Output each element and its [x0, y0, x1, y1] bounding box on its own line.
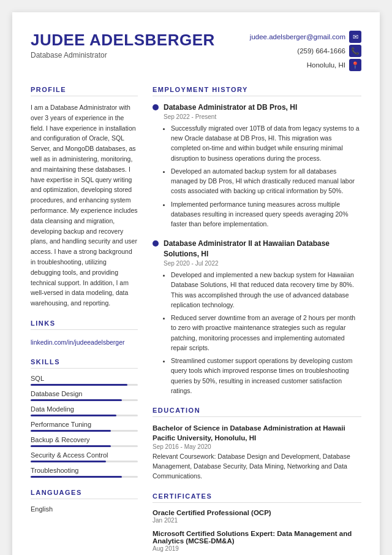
skill-bar-fill — [31, 399, 122, 401]
skill-bar-bg — [31, 430, 138, 432]
languages-title: LANGUAGES — [31, 489, 138, 499]
left-column: PROFILE I am a Database Administrator wi… — [31, 86, 138, 555]
skill-bar-fill — [31, 415, 116, 416]
edu-desc: Relevant Coursework: Database Design and… — [153, 452, 361, 481]
edu-date: Sep 2016 - May 2020 — [153, 443, 361, 450]
header: JUDEE ADELSBERGER Database Administrator… — [31, 31, 361, 71]
skill-item: Troubleshooting — [31, 467, 138, 478]
job-item: Database Administrator II at Hawaiian Da… — [153, 239, 361, 396]
education-title: EDUCATION — [153, 407, 361, 417]
job-bullet: Streamlined customer support operations … — [171, 356, 361, 396]
candidate-name: JUDEE ADELSBERGER — [31, 31, 215, 50]
job-bullets: Successfully migrated over 10TB of data … — [164, 123, 361, 229]
skill-name: SQL — [31, 375, 138, 382]
links-title: LINKS — [31, 320, 138, 330]
email-link[interactable]: judee.adelsberger@gmail.com — [250, 33, 345, 40]
skill-name: Backup & Recovery — [31, 436, 138, 443]
cert-title: Microsoft Certified Solutions Expert: Da… — [153, 530, 361, 545]
job-dot — [153, 104, 159, 110]
cert-list: Oracle Certified Professional (OCP) Jan … — [153, 509, 361, 552]
job-title: Database Administrator at DB Pros, HI — [164, 102, 297, 113]
skills-title: SKILLS — [31, 358, 138, 369]
skill-name: Database Design — [31, 390, 138, 397]
skill-bar-fill — [31, 384, 127, 386]
skill-bar-fill — [31, 430, 111, 432]
body: PROFILE I am a Database Administrator wi… — [31, 86, 361, 555]
language-english: English — [31, 505, 138, 513]
skill-bar-fill — [31, 476, 122, 478]
employment-title: EMPLOYMENT HISTORY — [153, 86, 361, 96]
edu-item: Bachelor of Science in Database Administ… — [153, 423, 361, 481]
edu-title: Bachelor of Science in Database Administ… — [153, 423, 361, 443]
cert-date: Aug 2019 — [153, 545, 361, 552]
certificates-section: CERTIFICATES Oracle Certified Profession… — [153, 492, 361, 552]
skills-section: SKILLS SQL Database Design Data Modeling… — [31, 358, 138, 478]
edu-list: Bachelor of Science in Database Administ… — [153, 423, 361, 481]
job-dot — [153, 240, 159, 247]
email-icon: ✉ — [349, 31, 361, 43]
skill-name: Performance Tuning — [31, 421, 138, 428]
resume-container: JUDEE ADELSBERGER Database Administrator… — [12, 12, 380, 555]
skill-bar-bg — [31, 384, 138, 386]
languages-section: LANGUAGES English — [31, 489, 138, 513]
skill-item: Database Design — [31, 390, 138, 401]
cert-item: Microsoft Certified Solutions Expert: Da… — [153, 530, 361, 552]
links-section: LINKS linkedin.com/in/judeeadelsberger — [31, 320, 138, 347]
profile-section: PROFILE I am a Database Administrator wi… — [31, 86, 138, 308]
linkedin-link-item: linkedin.com/in/judeeadelsberger — [31, 336, 138, 347]
job-date: Sep 2022 - Present — [164, 113, 361, 120]
skill-name: Troubleshooting — [31, 467, 138, 474]
profile-text: I am a Database Administrator with over … — [31, 102, 138, 308]
skill-item: Data Modeling — [31, 405, 138, 416]
employment-section: EMPLOYMENT HISTORY Database Administrato… — [153, 86, 361, 396]
location-icon: 📍 — [349, 59, 361, 71]
skill-bar-bg — [31, 399, 138, 401]
cert-date: Jan 2021 — [153, 517, 361, 524]
location-text: Honolulu, HI — [307, 61, 345, 69]
job-bullet: Developed an automated backup system for… — [171, 166, 361, 196]
education-section: EDUCATION Bachelor of Science in Databas… — [153, 407, 361, 481]
job-title-line: Database Administrator at DB Pros, HI — [153, 102, 361, 113]
skill-bar-bg — [31, 461, 138, 462]
email-contact: judee.adelsberger@gmail.com ✉ — [250, 31, 361, 43]
location-contact: Honolulu, HI 📍 — [307, 59, 361, 71]
skill-name: Security & Access Control — [31, 451, 138, 459]
job-date: Sep 2020 - Jul 2022 — [164, 260, 361, 267]
cert-title: Oracle Certified Professional (OCP) — [153, 509, 361, 516]
job-title-line: Database Administrator II at Hawaiian Da… — [153, 239, 361, 259]
job-title: Database Administrator II at Hawaiian Da… — [164, 239, 361, 259]
certificates-title: CERTIFICATES — [153, 492, 361, 503]
skill-bar-fill — [31, 461, 106, 462]
skill-name: Data Modeling — [31, 405, 138, 413]
job-bullet: Implemented performance tuning measures … — [171, 199, 361, 229]
job-item: Database Administrator at DB Pros, HI Se… — [153, 102, 361, 229]
skill-bar-bg — [31, 476, 138, 478]
skills-list: SQL Database Design Data Modeling Perfor… — [31, 375, 138, 478]
job-bullet: Developed and implemented a new backup s… — [171, 270, 361, 310]
right-column: EMPLOYMENT HISTORY Database Administrato… — [153, 86, 361, 555]
skill-item: Security & Access Control — [31, 451, 138, 462]
profile-title: PROFILE — [31, 86, 138, 96]
header-left: JUDEE ADELSBERGER Database Administrator — [31, 31, 215, 59]
skill-bar-fill — [31, 445, 111, 447]
job-bullet: Successfully migrated over 10TB of data … — [171, 123, 361, 163]
skill-item: Performance Tuning — [31, 421, 138, 432]
job-bullets: Developed and implemented a new backup s… — [164, 270, 361, 396]
jobs-list: Database Administrator at DB Pros, HI Se… — [153, 102, 361, 396]
phone-icon: 📞 — [349, 45, 361, 57]
cert-item: Oracle Certified Professional (OCP) Jan … — [153, 509, 361, 524]
skill-bar-bg — [31, 445, 138, 447]
skill-item: SQL — [31, 375, 138, 386]
skill-bar-bg — [31, 415, 138, 416]
candidate-title: Database Administrator — [31, 51, 215, 59]
header-right: judee.adelsberger@gmail.com ✉ (259) 664-… — [250, 31, 361, 71]
phone-contact: (259) 664-1666 📞 — [297, 45, 361, 57]
linkedin-link[interactable]: linkedin.com/in/judeeadelsberger — [31, 339, 125, 346]
skill-item: Backup & Recovery — [31, 436, 138, 447]
job-bullet: Reduced server downtime from an average … — [171, 313, 361, 353]
phone-text: (259) 664-1666 — [297, 47, 345, 55]
